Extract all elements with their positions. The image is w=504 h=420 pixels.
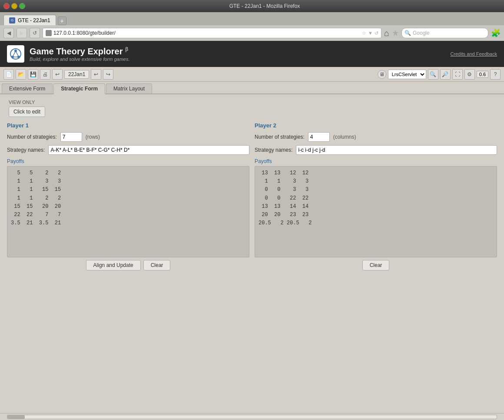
reload-button[interactable]: ↺ <box>30 28 40 38</box>
main-content: VIEW ONLY Click to edit Player 1 Number … <box>0 94 504 355</box>
view-only-section: VIEW ONLY Click to edit <box>9 100 497 117</box>
save-button[interactable]: 💾 <box>28 69 38 80</box>
zoom-out-button[interactable]: 🔎 <box>440 69 451 80</box>
align-update-button[interactable]: Align and Update <box>86 260 141 270</box>
player1-strategy-names-label: Strategy names: <box>7 147 45 153</box>
new-tab-button[interactable]: + <box>58 17 66 25</box>
new-file-button[interactable]: 📄 <box>3 69 14 80</box>
search-bar[interactable]: 🔍 Google <box>401 28 488 38</box>
player1-title: Player 1 <box>7 122 249 129</box>
tab-favicon: G <box>9 17 15 23</box>
tab-extensive-form[interactable]: Extensive Form <box>2 83 53 93</box>
app-logo-svg <box>9 47 22 60</box>
servlet-select[interactable]: LrsCServlet <box>388 70 426 79</box>
file-label: 22Jan1 <box>64 70 89 79</box>
svg-line-4 <box>13 51 16 57</box>
player2-strategy-names-label: Strategy names: <box>255 147 292 153</box>
tab-label: GTE - 22Jan1 <box>18 17 50 23</box>
player2-payoffs-label: Payoffs <box>255 158 497 164</box>
address-bar: ◀ ▶ ↺ 127.0.0.1:8080/gte/builder/ ☆ ▼ ↺ … <box>0 25 504 41</box>
app-logo <box>7 45 24 63</box>
player1-num-strategies-input[interactable] <box>60 132 82 142</box>
beta-label: β <box>125 46 128 52</box>
player2-section: Player 2 Number of strategies: (columns)… <box>255 122 497 270</box>
undo-action-button[interactable]: ↩ <box>91 69 101 80</box>
settings-button[interactable]: ⚙ <box>464 69 475 80</box>
app-header: Game Theory Explorer β Build, explore an… <box>0 41 504 67</box>
open-file-button[interactable]: 📂 <box>16 69 26 80</box>
url-favicon <box>46 30 52 36</box>
app-title-area: Game Theory Explorer β Build, explore an… <box>30 46 445 62</box>
url-reload: ↺ <box>375 30 378 36</box>
home-button[interactable]: ⌂ <box>384 28 389 38</box>
solver-icon: 🖥 <box>378 70 386 79</box>
print-button[interactable]: 🖨 <box>40 69 50 80</box>
back-button[interactable]: ◀ <box>3 28 14 38</box>
app-subtitle: Build, explore and solve extensive form … <box>30 57 445 62</box>
toolbar: 📄 📂 💾 🖨 ↩ 22Jan1 ↩ ↪ 🖥 LrsCServlet 🔍 🔎 ⛶… <box>0 67 504 82</box>
player2-clear-button[interactable]: Clear <box>362 260 390 270</box>
click-to-edit-button[interactable]: Click to edit <box>9 107 45 117</box>
player1-payoffs-label: Payoffs <box>7 158 249 164</box>
player2-num-strategies-row: Number of strategies: (columns) <box>255 132 497 142</box>
url-star: ☆ <box>362 30 366 36</box>
view-tabs: Extensive Form Strategic Form Matrix Lay… <box>0 82 504 94</box>
title-bar: GTE - 22Jan1 - Mozilla Firefox <box>0 0 504 12</box>
players-container: Player 1 Number of strategies: (rows) St… <box>7 122 497 270</box>
player2-buttons: Clear <box>255 260 497 270</box>
url-lock: ▼ <box>368 30 373 36</box>
player2-strategy-names-row: Strategy names: <box>255 145 497 155</box>
player1-buttons: Align and Update Clear <box>7 260 249 270</box>
player1-strategy-names-row: Strategy names: <box>7 145 249 155</box>
url-bar[interactable]: 127.0.0.1:8080/gte/builder/ ☆ ▼ ↺ <box>43 28 381 38</box>
player2-payoffs-area[interactable]: 13 13 12 12 1 1 3 3 0 0 3 3 0 0 22 22 13… <box>255 166 497 257</box>
bookmarks-button[interactable]: ★ <box>392 28 399 38</box>
player1-section: Player 1 Number of strategies: (rows) St… <box>7 122 249 270</box>
url-text: 127.0.0.1:8080/gte/builder/ <box>53 30 116 36</box>
player2-strategy-names-input[interactable] <box>296 145 497 155</box>
zoom-in-button[interactable]: 🔍 <box>428 69 438 80</box>
window-controls[interactable] <box>3 3 25 9</box>
player1-payoffs-area[interactable]: 5 5 2 2 1 1 3 3 1 1 15 15 1 1 2 2 15 15 … <box>7 166 249 257</box>
help-button[interactable]: ? <box>490 69 501 80</box>
tab-strategic-form[interactable]: Strategic Form <box>53 83 105 94</box>
zoom-label: 0.6 <box>477 71 488 78</box>
search-text: Google <box>413 30 430 36</box>
fit-button[interactable]: ⛶ <box>452 69 463 80</box>
maximize-button[interactable] <box>19 3 25 9</box>
forward-button[interactable]: ▶ <box>17 28 27 38</box>
app-title: Game Theory Explorer β <box>30 46 445 57</box>
player2-num-strategies-label: Number of strategies: <box>255 134 305 140</box>
toolbar-right: 🖥 LrsCServlet 🔍 🔎 ⛶ ⚙ 0.6 ? <box>378 69 501 80</box>
close-button[interactable] <box>3 3 10 9</box>
player1-num-strategies-row: Number of strategies: (rows) <box>7 132 249 142</box>
browser-tab-bar: G GTE - 22Jan1 + <box>0 12 504 25</box>
player1-clear-button[interactable]: Clear <box>143 260 171 270</box>
player2-title: Player 2 <box>255 122 497 129</box>
player1-strategy-names-input[interactable] <box>48 145 249 155</box>
redo-action-button[interactable]: ↪ <box>103 69 113 80</box>
tab-matrix-layout[interactable]: Matrix Layout <box>106 83 152 93</box>
search-icon: 🔍 <box>405 30 411 36</box>
browser-tab[interactable]: G GTE - 22Jan1 <box>3 15 56 25</box>
credits-link[interactable]: Credits and Feedback <box>450 51 497 57</box>
minimize-button[interactable] <box>11 3 17 9</box>
player2-num-strategies-suffix: (columns) <box>333 134 356 140</box>
svg-line-5 <box>16 51 19 57</box>
view-only-label: VIEW ONLY <box>9 100 497 105</box>
player2-num-strategies-input[interactable] <box>308 132 330 142</box>
window-title: GTE - 22Jan1 - Mozilla Firefox <box>29 3 501 9</box>
extensions-button[interactable]: 🧩 <box>491 28 501 38</box>
player1-num-strategies-label: Number of strategies: <box>7 134 57 140</box>
player1-num-strategies-suffix: (rows) <box>86 134 100 140</box>
undo-button[interactable]: ↩ <box>52 69 63 80</box>
